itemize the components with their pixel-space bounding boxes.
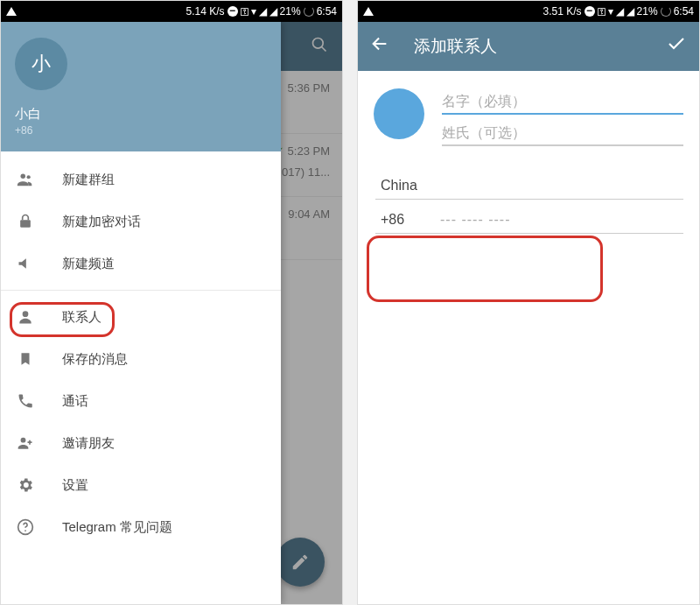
battery-text: 21% (637, 5, 658, 18)
phone-icon (15, 390, 36, 412)
drawer-header: 小 小白 +86 (1, 22, 281, 151)
drawer-settings[interactable]: 设置 (1, 464, 281, 506)
last-name-input[interactable] (442, 120, 683, 146)
country-code[interactable]: +86 (381, 212, 423, 228)
first-name-input[interactable] (442, 88, 683, 115)
signal-icon: ◢ (616, 5, 624, 18)
wifi-icon: ▾ (608, 5, 613, 18)
warning-icon (6, 7, 17, 16)
vpn-key-icon: ⚿ (241, 7, 248, 17)
drawer-label: 设置 (62, 477, 88, 494)
signal-icon-2: ◢ (626, 5, 634, 18)
add-contact-header: 添加联系人 (358, 22, 699, 71)
drawer-faq[interactable]: Telegram 常见问题 (1, 506, 281, 548)
net-speed: 5.14 K/s (186, 5, 225, 18)
svg-point-6 (21, 438, 26, 443)
highlight-contacts (10, 302, 115, 337)
phone-input[interactable]: --- ---- ---- (440, 212, 511, 228)
signal-icon: ◢ (259, 5, 267, 18)
phone-right: 3.51 K/s − ⚿ ▾ ◢ ◢ 21% 6:54 添加联系人 (357, 0, 700, 605)
dnd-icon: − (584, 6, 595, 17)
drawer-invite[interactable]: 邀请朋友 (1, 422, 281, 464)
net-speed: 3.51 K/s (543, 5, 582, 18)
lock-icon (15, 211, 36, 232)
signal-icon-2: ◢ (270, 5, 277, 18)
confirm-icon[interactable] (666, 33, 687, 60)
drawer-new-group[interactable]: 新建群组 (1, 158, 281, 200)
drawer-label: 新建群组 (62, 172, 115, 188)
drawer-label: 新建加密对话 (62, 214, 141, 230)
user-avatar[interactable]: 小 (15, 38, 67, 90)
loading-icon (661, 6, 671, 17)
country-selector[interactable]: China (375, 178, 683, 197)
drawer-label: 通话 (62, 393, 88, 410)
status-bar-right: 3.51 K/s − ⚿ ▾ ◢ ◢ 21% 6:54 (358, 1, 699, 22)
avatar-letter: 小 (32, 51, 51, 77)
svg-point-8 (24, 530, 26, 531)
bookmark-icon (15, 348, 36, 369)
drawer-label: 新建频道 (62, 256, 115, 272)
battery-text: 21% (280, 5, 301, 18)
dnd-icon: − (228, 6, 238, 17)
user-name: 小白 (15, 106, 267, 123)
gear-icon (15, 475, 36, 496)
user-phone: +86 (15, 124, 267, 137)
drawer-saved[interactable]: 保存的消息 (1, 338, 281, 380)
wifi-icon: ▾ (251, 5, 256, 18)
clock: 6:54 (317, 5, 337, 18)
drawer-label: 保存的消息 (62, 351, 128, 368)
phone-left: 5.14 K/s − ⚿ ▾ ◢ ◢ 21% 6:54 5:36 PM ✓ (0, 0, 343, 605)
contact-avatar[interactable] (374, 88, 424, 139)
clock: 6:54 (674, 5, 694, 18)
svg-point-2 (21, 174, 26, 179)
back-icon[interactable] (370, 34, 389, 59)
svg-point-3 (27, 175, 31, 179)
loading-icon (304, 6, 314, 17)
drawer-label: 邀请朋友 (62, 435, 115, 452)
drawer-label: Telegram 常见问题 (62, 519, 172, 536)
drawer-calls[interactable]: 通话 (1, 380, 281, 422)
megaphone-icon (15, 253, 36, 274)
status-bar-left: 5.14 K/s − ⚿ ▾ ◢ ◢ 21% 6:54 (1, 1, 342, 22)
group-icon (15, 169, 36, 190)
page-title: 添加联系人 (414, 35, 641, 58)
svg-rect-4 (20, 220, 31, 227)
drawer-new-secret[interactable]: 新建加密对话 (1, 200, 281, 243)
warning-icon (363, 7, 374, 16)
help-icon (15, 517, 36, 538)
person-add-icon (15, 433, 36, 454)
drawer-new-channel[interactable]: 新建频道 (1, 243, 281, 285)
drawer-scrim[interactable] (279, 22, 342, 604)
highlight-phone (367, 236, 603, 302)
divider (1, 290, 281, 291)
vpn-key-icon: ⚿ (598, 7, 606, 17)
